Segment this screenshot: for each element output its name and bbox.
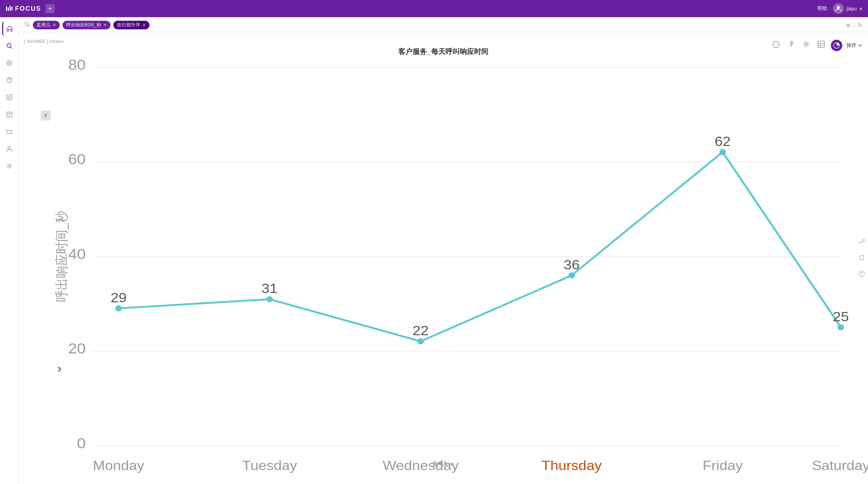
chart-view-button[interactable] xyxy=(831,40,842,51)
user-icon xyxy=(835,5,842,12)
chevron-down-icon xyxy=(858,43,862,48)
svg-point-7 xyxy=(7,60,12,65)
search-tag-response-time-label: 呼出响应时间_秒 xyxy=(66,22,101,28)
search-tag-response-time[interactable]: 呼出响应时间_秒 ✕ xyxy=(63,21,110,29)
prev-nav-button[interactable] xyxy=(41,111,51,121)
search-tag-sort-close[interactable]: ✕ xyxy=(142,23,146,28)
svg-point-27 xyxy=(805,43,807,45)
svg-rect-0 xyxy=(6,6,7,11)
svg-point-48 xyxy=(568,272,575,278)
home-icon xyxy=(6,25,13,32)
search-bar-icon xyxy=(24,21,30,29)
search-icon xyxy=(6,43,13,49)
right-actions xyxy=(855,235,868,282)
right-refresh-button[interactable] xyxy=(858,254,865,263)
search-bar-search-icon xyxy=(24,21,30,27)
sidebar-item-table[interactable] xyxy=(2,107,16,122)
table-view-button[interactable] xyxy=(816,39,827,52)
settings-icon xyxy=(6,163,13,169)
layout: 是周几 ✕ 呼出响应时间_秒 ✕ 按日期升序 ✕ ⊗ | ↻ [ ANSWER … xyxy=(0,17,868,484)
svg-text:36: 36 xyxy=(563,257,580,272)
sidebar-item-search[interactable] xyxy=(2,39,16,53)
sidebar-item-analytics[interactable] xyxy=(2,56,16,70)
svg-rect-1 xyxy=(8,8,9,11)
svg-text:62: 62 xyxy=(715,134,731,148)
add-tab-button[interactable]: + xyxy=(45,4,55,13)
svg-text:›: › xyxy=(57,361,61,375)
username: jiayu xyxy=(847,6,857,11)
chart-settings-button[interactable] xyxy=(801,39,812,52)
x-axis-chevron-down-icon xyxy=(449,461,454,466)
logo-icon xyxy=(6,5,13,12)
line-chart-svg: 0 20 40 60 80 呼出响应时间_秒 › xyxy=(53,67,841,446)
svg-text:31: 31 xyxy=(262,281,278,296)
search-refresh-button[interactable]: ↻ xyxy=(858,22,862,29)
svg-point-19 xyxy=(8,165,10,167)
sidebar-item-user[interactable] xyxy=(2,142,16,156)
sidebar-item-report[interactable] xyxy=(2,90,16,104)
topbar-right: 帮助 jiayu ♦ xyxy=(817,3,862,14)
svg-point-5 xyxy=(7,44,11,48)
comment-button[interactable] xyxy=(771,39,781,52)
search-tag-sort-label: 按日期升序 xyxy=(117,22,140,28)
svg-point-25 xyxy=(777,44,778,45)
pie-chart-icon xyxy=(833,42,840,49)
search-tag-sort[interactable]: 按日期升序 ✕ xyxy=(113,21,149,29)
operate-button[interactable]: 操作 xyxy=(847,42,862,49)
app-title: FOCUS xyxy=(15,5,41,13)
svg-point-45 xyxy=(115,305,122,312)
search-clear-button[interactable]: ⊗ xyxy=(846,22,850,29)
analytics-icon xyxy=(6,60,13,66)
comment-icon xyxy=(772,40,780,48)
help-icon xyxy=(858,270,865,278)
svg-point-10 xyxy=(9,81,10,82)
search-tag-response-time-close[interactable]: ✕ xyxy=(103,23,107,28)
chart-title: 客户服务_每天呼叫响应时间 xyxy=(24,47,862,57)
question-icon xyxy=(6,77,13,83)
pin-icon xyxy=(787,40,795,48)
svg-text:25: 25 xyxy=(833,309,849,324)
svg-text:29: 29 xyxy=(110,290,127,305)
report-icon xyxy=(6,94,13,101)
gear-icon xyxy=(802,40,810,48)
pin-button[interactable] xyxy=(786,39,797,52)
table-icon xyxy=(6,111,13,118)
svg-point-50 xyxy=(838,324,844,330)
avatar xyxy=(833,3,844,14)
svg-text:22: 22 xyxy=(413,323,429,338)
search-bar: 是周几 ✕ 呼出响应时间_秒 ✕ 按日期升序 ✕ ⊗ | ↻ xyxy=(19,17,868,33)
svg-text:Saturday: Saturday xyxy=(812,458,868,473)
svg-point-23 xyxy=(774,44,775,45)
svg-text:Thursday: Thursday xyxy=(542,458,602,473)
chart-area: [ ANSWER ] chinese xyxy=(19,33,868,484)
sidebar-item-help[interactable] xyxy=(2,73,16,87)
main-content: 是周几 ✕ 呼出响应时间_秒 ✕ 按日期升序 ✕ ⊗ | ↻ [ ANSWER … xyxy=(19,17,868,484)
sidebar-item-folder[interactable] xyxy=(2,124,16,139)
svg-text:Friday: Friday xyxy=(702,458,743,473)
search-tag-weekday-close[interactable]: ✕ xyxy=(53,23,56,28)
sidebar-item-home[interactable] xyxy=(2,21,16,36)
right-help-button[interactable] xyxy=(858,270,865,279)
user-menu[interactable]: jiayu ♦ xyxy=(833,3,862,14)
svg-point-24 xyxy=(776,44,776,45)
svg-text:60: 60 xyxy=(68,151,86,167)
folder-icon xyxy=(6,128,13,135)
chart-toolbar: 操作 xyxy=(771,39,862,52)
svg-line-6 xyxy=(10,47,12,49)
sidebar-item-settings[interactable] xyxy=(2,159,16,173)
x-axis-label: 是周几 xyxy=(433,461,454,467)
search-tag-weekday-label: 是周几 xyxy=(36,22,50,28)
trend-button[interactable] xyxy=(858,238,865,247)
search-bar-actions: ⊗ | ↻ xyxy=(846,22,862,29)
svg-point-4 xyxy=(837,6,840,9)
svg-rect-28 xyxy=(818,41,824,48)
help-link[interactable]: 帮助 xyxy=(817,5,827,12)
logo: FOCUS xyxy=(6,5,41,13)
sidebar xyxy=(0,17,19,484)
table-view-icon xyxy=(817,40,825,48)
svg-text:40: 40 xyxy=(68,245,86,262)
svg-text:Monday: Monday xyxy=(93,458,144,473)
svg-rect-2 xyxy=(10,6,11,11)
search-tag-weekday[interactable]: 是周几 ✕ xyxy=(33,21,60,29)
svg-point-64 xyxy=(861,275,862,276)
